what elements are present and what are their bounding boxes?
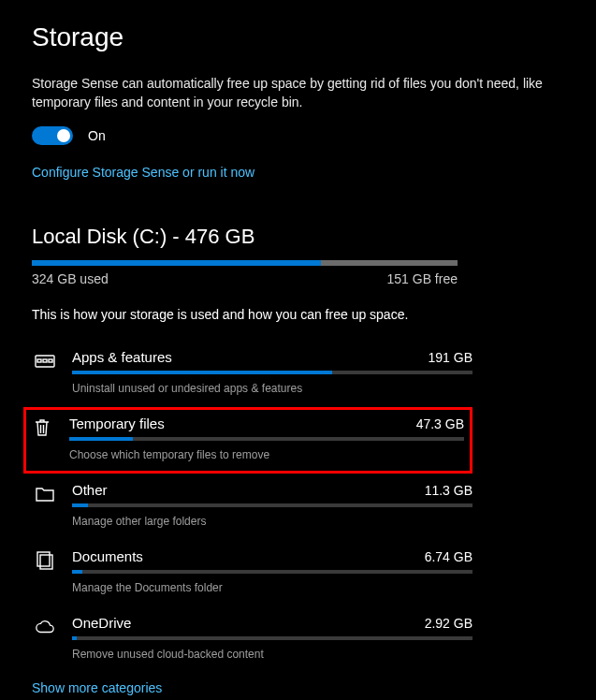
configure-storage-sense-link[interactable]: Configure Storage Sense or run it now: [32, 165, 254, 180]
category-content: Documents 6.74 GB Manage the Documents f…: [72, 548, 472, 594]
toggle-thumb: [57, 129, 70, 142]
category-bar: [72, 570, 472, 574]
category-description: Choose which temporary files to remove: [69, 448, 464, 461]
disk-used-segment: [32, 260, 321, 266]
usage-info: This is how your storage is used and how…: [32, 307, 564, 322]
cloud-icon: [35, 617, 55, 637]
svg-rect-1: [37, 359, 41, 362]
disk-usage-labels: 324 GB used 151 GB free: [32, 271, 458, 286]
show-more-categories-link[interactable]: Show more categories: [32, 680, 162, 695]
category-size: 47.3 GB: [416, 416, 464, 431]
category-bar-fill: [72, 570, 82, 574]
svg-rect-2: [43, 359, 47, 362]
category-description: Manage other large folders: [72, 515, 472, 528]
category-bar: [72, 636, 472, 640]
category-content: OneDrive 2.92 GB Remove unused cloud-bac…: [72, 615, 472, 661]
category-description: Manage the Documents folder: [72, 581, 472, 594]
category-description: Uninstall unused or undesired apps & fea…: [72, 382, 472, 395]
disk-usage-bar: [32, 260, 458, 266]
category-item-apps-features[interactable]: Apps & features 191 GB Uninstall unused …: [26, 341, 475, 407]
category-bar-fill: [69, 437, 133, 441]
disk-used-label: 324 GB used: [32, 271, 109, 286]
storage-sense-toggle[interactable]: [32, 126, 73, 145]
folder-icon: [35, 484, 55, 504]
svg-rect-0: [36, 356, 54, 367]
category-name: Other: [72, 482, 108, 498]
category-name: Apps & features: [72, 349, 172, 365]
category-bar: [69, 437, 464, 441]
category-bar: [72, 503, 472, 507]
disk-free-segment: [321, 260, 458, 266]
category-content: Temporary files 47.3 GB Choose which tem…: [69, 416, 464, 461]
category-item-documents[interactable]: Documents 6.74 GB Manage the Documents f…: [26, 540, 475, 606]
category-bar: [72, 371, 472, 374]
documents-icon: [35, 550, 55, 571]
disk-title: Local Disk (C:) - 476 GB: [32, 225, 564, 249]
svg-rect-3: [49, 359, 52, 362]
disk-free-label: 151 GB free: [387, 271, 458, 286]
category-bar-fill: [72, 503, 88, 507]
category-content: Apps & features 191 GB Uninstall unused …: [72, 349, 472, 395]
category-size: 191 GB: [429, 350, 472, 365]
category-content: Other 11.3 GB Manage other large folders: [72, 482, 472, 528]
trash-icon: [32, 417, 52, 438]
svg-rect-6: [37, 552, 50, 566]
storage-sense-toggle-row: On: [32, 126, 564, 145]
toggle-state-label: On: [88, 128, 106, 143]
apps-icon: [35, 351, 55, 372]
category-item-onedrive[interactable]: OneDrive 2.92 GB Remove unused cloud-bac…: [26, 606, 475, 673]
category-size: 11.3 GB: [425, 483, 472, 498]
category-bar-fill: [72, 371, 332, 374]
category-item-temporary-files[interactable]: Temporary files 47.3 GB Choose which tem…: [23, 407, 472, 474]
category-name: OneDrive: [72, 615, 131, 631]
storage-sense-description: Storage Sense can automatically free up …: [32, 75, 564, 111]
svg-rect-7: [40, 555, 52, 569]
category-name: Temporary files: [69, 416, 165, 431]
category-size: 6.74 GB: [425, 549, 472, 564]
category-name: Documents: [72, 548, 143, 564]
category-size: 2.92 GB: [425, 616, 472, 631]
category-description: Remove unused cloud-backed content: [72, 648, 472, 661]
category-item-other[interactable]: Other 11.3 GB Manage other large folders: [26, 474, 475, 540]
page-title: Storage: [32, 22, 564, 52]
category-bar-fill: [72, 636, 77, 640]
